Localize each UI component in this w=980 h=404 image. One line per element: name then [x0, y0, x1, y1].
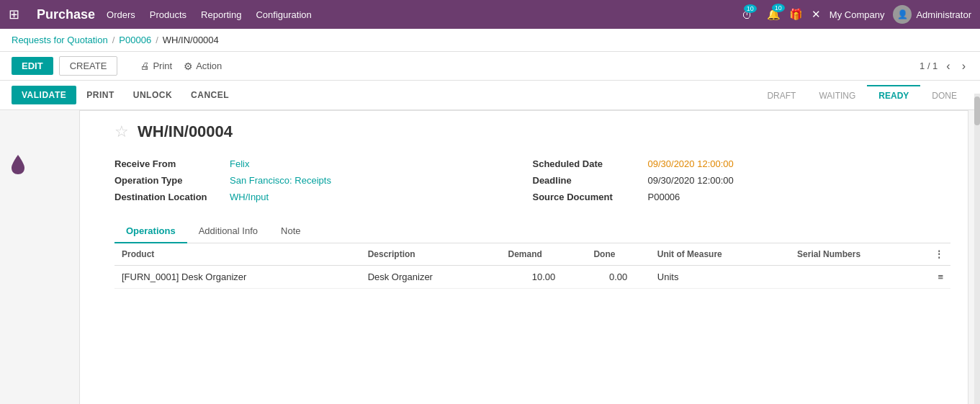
table-header-row: Product Description Demand Done Unit of … — [114, 243, 950, 266]
create-button[interactable]: CREATE — [59, 56, 118, 76]
status-draft[interactable]: DRAFT — [755, 85, 807, 105]
print-label: Print — [153, 60, 172, 71]
tab-note[interactable]: Note — [269, 220, 312, 243]
breadcrumb-sep1: / — [112, 35, 115, 45]
breadcrumb-p00006[interactable]: P00006 — [119, 35, 151, 45]
form-grid: Receive From Felix Operation Type San Fr… — [114, 158, 950, 202]
clock-icon[interactable]: ⏱ 10 — [742, 9, 752, 21]
cell-product: [FURN_0001] Desk Organizer — [114, 266, 361, 289]
status-ready[interactable]: READY — [867, 85, 920, 105]
unlock-button[interactable]: UNLOCK — [125, 86, 181, 104]
gift-icon[interactable]: 🎁 — [789, 8, 803, 21]
operations-table: Product Description Demand Done Unit of … — [114, 243, 950, 289]
content-wrapper: ☆ WH/IN/00004 Receive From Felix Operati… — [0, 110, 980, 404]
scheduled-date-row: Scheduled Date 09/30/2020 12:00:00 — [533, 158, 951, 169]
breadcrumb: Requests for Quotation / P00006 / WH/IN/… — [0, 29, 980, 52]
action-label: Action — [196, 60, 222, 71]
bell-badge: 10 — [772, 4, 785, 12]
scrollbar-thumb — [974, 96, 980, 125]
status-waiting[interactable]: WAITING — [807, 85, 867, 105]
left-sidebar — [0, 110, 36, 404]
pagination: 1 / 1 ‹ › — [920, 60, 968, 73]
gear-icon: ⚙ — [184, 60, 193, 72]
next-page-button[interactable]: › — [959, 60, 968, 73]
receive-from-label: Receive From — [114, 158, 230, 169]
operation-type-label: Operation Type — [114, 175, 230, 186]
navbar: ⊞ Purchase Orders Products Reporting Con… — [0, 0, 980, 29]
source-document-row: Source Document P00006 — [533, 192, 951, 202]
destination-location-row: Destination Location WH/Input — [114, 192, 533, 202]
col-menu-header: ⋮ — [927, 243, 950, 266]
action-center: 🖨 Print ⚙ Action — [140, 60, 914, 72]
doc-title: WH/IN/00004 — [138, 122, 233, 141]
water-drop-icon — [10, 153, 26, 175]
col-description: Description — [361, 243, 501, 266]
cell-serial-numbers — [790, 266, 927, 289]
destination-location-value[interactable]: WH/Input — [230, 192, 269, 202]
form-left: Receive From Felix Operation Type San Fr… — [114, 158, 533, 202]
table-row: [FURN_0001] Desk Organizer Desk Organize… — [114, 266, 950, 289]
doc-toolbar: VALIDATE PRINT UNLOCK CANCEL DRAFT WAITI… — [0, 81, 980, 110]
form-right: Scheduled Date 09/30/2020 12:00:00 Deadl… — [533, 158, 951, 202]
status-bar: DRAFT WAITING READY DONE — [755, 85, 968, 105]
deadline-row: Deadline 09/30/2020 12:00:00 — [533, 175, 951, 186]
prev-page-button[interactable]: ‹ — [943, 60, 953, 73]
action-bar: EDIT CREATE 🖨 Print ⚙ Action 1 / 1 ‹ › — [0, 52, 980, 81]
app-name: Purchase — [37, 7, 95, 22]
breadcrumb-current: WH/IN/00004 — [163, 35, 219, 45]
destination-location-label: Destination Location — [114, 192, 230, 202]
nav-reporting[interactable]: Reporting — [201, 9, 241, 20]
deadline-label: Deadline — [533, 175, 648, 186]
receive-from-value[interactable]: Felix — [230, 158, 249, 169]
nav-configuration[interactable]: Configuration — [256, 9, 311, 20]
grid-icon[interactable]: ⊞ — [9, 6, 19, 22]
tab-operations[interactable]: Operations — [114, 220, 187, 243]
col-done: Done — [586, 243, 649, 266]
status-done[interactable]: DONE — [920, 85, 968, 105]
pagination-text: 1 / 1 — [920, 60, 938, 71]
scrollbar[interactable] — [974, 94, 980, 404]
validate-button[interactable]: VALIDATE — [12, 86, 76, 104]
nav-orders[interactable]: Orders — [107, 9, 135, 20]
doc-header: ☆ WH/IN/00004 — [114, 122, 950, 141]
col-unit-of-measure: Unit of Measure — [650, 243, 790, 266]
receive-from-row: Receive From Felix — [114, 158, 533, 169]
navbar-right: ⏱ 10 🔔 10 🎁 ✕ My Company 👤 Administrator — [742, 5, 971, 24]
deadline-value: 09/30/2020 12:00:00 — [648, 175, 734, 186]
print-doc-button[interactable]: PRINT — [78, 86, 123, 104]
row-list-icon[interactable]: ≡ — [927, 266, 950, 289]
action-button[interactable]: ⚙ Action — [184, 60, 222, 72]
cell-demand: 10.00 — [501, 266, 587, 289]
navbar-menu: Orders Products Reporting Configuration — [107, 9, 730, 20]
nav-products[interactable]: Products — [150, 9, 186, 20]
scheduled-date-value: 09/30/2020 12:00:00 — [648, 158, 734, 169]
source-document-value: P00006 — [648, 192, 680, 202]
breadcrumb-sep2: / — [156, 35, 158, 45]
col-demand: Demand — [501, 243, 587, 266]
tab-additional-info[interactable]: Additional Info — [187, 220, 269, 243]
cell-done: 0.00 — [586, 266, 649, 289]
company-name[interactable]: My Company — [830, 9, 885, 20]
avatar: 👤 — [893, 5, 912, 24]
user-menu[interactable]: 👤 Administrator — [893, 5, 971, 24]
favorite-star-icon[interactable]: ☆ — [114, 122, 129, 141]
col-serial-numbers: Serial Numbers — [790, 243, 927, 266]
cell-unit-of-measure: Units — [650, 266, 790, 289]
edit-button[interactable]: EDIT — [12, 57, 53, 75]
cancel-button[interactable]: CANCEL — [182, 86, 238, 104]
printer-icon: 🖨 — [140, 60, 150, 71]
scheduled-date-label: Scheduled Date — [533, 158, 648, 169]
source-document-label: Source Document — [533, 192, 648, 202]
main-panel: ☆ WH/IN/00004 Receive From Felix Operati… — [79, 110, 968, 404]
clock-badge: 10 — [744, 4, 757, 13]
tabs: Operations Additional Info Note — [114, 220, 950, 243]
user-name: Administrator — [916, 9, 971, 20]
print-button[interactable]: 🖨 Print — [140, 60, 172, 71]
cell-description: Desk Organizer — [361, 266, 501, 289]
operation-type-row: Operation Type San Francisco: Receipts — [114, 175, 533, 186]
bell-icon[interactable]: 🔔 10 — [767, 8, 781, 21]
col-product: Product — [114, 243, 361, 266]
operation-type-value[interactable]: San Francisco: Receipts — [230, 175, 331, 186]
breadcrumb-rfq[interactable]: Requests for Quotation — [12, 35, 108, 45]
close-icon[interactable]: ✕ — [812, 8, 821, 21]
